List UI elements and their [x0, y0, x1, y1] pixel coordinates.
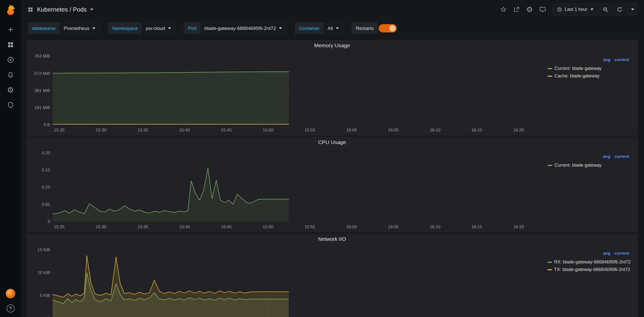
variable-label: Namespace — [108, 22, 142, 34]
dashboards-icon[interactable] — [6, 40, 15, 49]
chevron-down-icon — [336, 27, 339, 29]
star-icon[interactable] — [498, 4, 509, 15]
svg-text:16:05: 16:05 — [388, 128, 399, 132]
network-io-chart[interactable]: 15:2515:3015:3515:4015:4515:5015:5516:00… — [28, 244, 545, 317]
panel-network-io: Network I/O 15:2515:3015:3515:4015:4515:… — [26, 234, 638, 317]
legend-item[interactable]: RX: blade-gateway-68684695f6-2nt72 — [547, 259, 631, 265]
svg-text:15:25: 15:25 — [54, 128, 65, 132]
svg-text:0: 0 — [48, 219, 50, 224]
svg-text:15:30: 15:30 — [96, 224, 106, 229]
svg-text:15:55: 15:55 — [304, 128, 315, 132]
dashboard-settings-gear-icon[interactable]: ⚙ — [524, 4, 535, 15]
svg-text:10 KiB: 10 KiB — [37, 270, 50, 275]
memory-usage-chart[interactable]: 15:2515:3015:3515:4015:4515:5015:5516:00… — [28, 50, 545, 134]
variable-label: Pod — [184, 22, 200, 34]
svg-text:15:25: 15:25 — [54, 224, 65, 229]
dashboard-title[interactable]: Kubernetes / Pods — [37, 6, 87, 13]
panel-title[interactable]: Memory Usage — [26, 40, 638, 50]
svg-text:0 B: 0 B — [44, 122, 50, 127]
svg-text:16:00: 16:00 — [346, 224, 357, 229]
svg-text:15:45: 15:45 — [221, 128, 232, 132]
variable-namespace: Namespacepw-cloud — [108, 22, 175, 34]
legend-item[interactable]: Cache: blade-gateway — [548, 73, 601, 79]
legend-item[interactable]: Current: blade-gateway — [548, 66, 601, 71]
variable-value-dropdown[interactable]: All — [324, 22, 343, 34]
legend-current-link[interactable]: current — [614, 251, 629, 256]
dashboard-panels: Memory Usage 15:2515:3015:3515:4015:4515… — [21, 37, 644, 317]
svg-text:15:45: 15:45 — [221, 224, 232, 229]
svg-text:16:15: 16:15 — [471, 224, 482, 229]
legend-series-label: Current: blade-gateway — [554, 163, 601, 168]
refresh-button[interactable] — [613, 4, 626, 15]
legend-links: avgcurrent — [603, 251, 631, 256]
legend: avgcurrent Current: blade-gatewayCache: … — [545, 50, 636, 134]
svg-text:0.15: 0.15 — [42, 168, 50, 172]
legend-series-swatch — [547, 262, 552, 263]
svg-text:15:40: 15:40 — [179, 128, 190, 132]
legend-series-label: TX: blade-gateway-68684695f6-2nt72 — [554, 267, 630, 272]
legend-series-swatch — [547, 269, 552, 270]
alerting-bell-icon[interactable] — [6, 71, 15, 79]
svg-text:16:10: 16:10 — [430, 128, 440, 132]
legend-items: Current: blade-gatewayCache: blade-gatew… — [548, 66, 601, 79]
time-range-picker[interactable]: Last 1 hour — [552, 4, 598, 15]
variable-value-text: All — [328, 26, 333, 31]
refresh-interval-dropdown[interactable] — [627, 4, 637, 15]
panel-title[interactable]: Network I/O — [26, 234, 638, 244]
variable-value-dropdown[interactable]: Prometheus — [60, 22, 100, 34]
svg-text:15:50: 15:50 — [263, 224, 273, 229]
legend-current-link[interactable]: current — [614, 154, 629, 159]
help-glyph: ? — [9, 306, 12, 311]
svg-text:0 B: 0 B — [44, 316, 50, 317]
svg-text:191 MiB: 191 MiB — [34, 105, 50, 110]
svg-text:16:15: 16:15 — [471, 128, 482, 132]
share-icon[interactable] — [511, 4, 522, 15]
chevron-down-icon — [168, 27, 171, 29]
svg-text:16:05: 16:05 — [388, 224, 399, 229]
legend-avg-link[interactable]: avg — [603, 57, 610, 62]
legend-items: RX: blade-gateway-68684695f6-2nt72TX: bl… — [547, 259, 631, 272]
variable-label: datasource — [28, 22, 60, 34]
help-icon[interactable]: ? — [7, 304, 15, 312]
dashboard-variables-bar: datasourcePrometheusNamespacepw-cloudPod… — [21, 19, 644, 37]
legend-item[interactable]: TX: blade-gateway-68684695f6-2nt72 — [547, 267, 631, 272]
grafana-logo[interactable] — [0, 0, 21, 19]
server-admin-shield-icon[interactable] — [6, 101, 15, 109]
svg-text:15:35: 15:35 — [137, 128, 148, 132]
panel-title[interactable]: CPU Usage — [26, 137, 638, 147]
variable-value-text: blade-gateway-68684695f6-2nt72 — [205, 26, 276, 31]
clock-icon — [557, 7, 562, 12]
legend-series-label: Cache: blade-gateway — [554, 73, 599, 79]
svg-text:15:30: 15:30 — [96, 128, 106, 132]
legend-avg-link[interactable]: avg — [603, 251, 610, 256]
legend-current-link[interactable]: current — [614, 57, 629, 62]
svg-text:16:00: 16:00 — [346, 128, 357, 132]
legend-item[interactable]: Current: blade-gateway — [548, 163, 601, 168]
variable-value-dropdown[interactable]: pw-cloud — [142, 22, 175, 34]
svg-text:15 KiB: 15 KiB — [37, 247, 50, 252]
zoom-out-button[interactable] — [599, 4, 612, 15]
refresh-icon — [617, 7, 623, 13]
left-sidebar: ⚙ ? — [0, 0, 21, 317]
create-plus-icon[interactable] — [6, 25, 15, 34]
grafana-flame-icon — [5, 4, 16, 15]
legend-avg-link[interactable]: avg — [603, 154, 610, 159]
refresh-interval-chevron-down-icon — [631, 9, 634, 10]
user-avatar[interactable] — [6, 289, 15, 298]
configuration-gear-icon[interactable]: ⚙ — [6, 86, 15, 94]
cpu-usage-chart[interactable]: 15:2515:3015:3515:4015:4515:5015:5516:00… — [28, 147, 545, 231]
variable-value-text: Prometheus — [64, 26, 89, 31]
svg-text:0.05: 0.05 — [42, 202, 50, 207]
explore-compass-icon[interactable] — [6, 56, 15, 64]
svg-text:15:35: 15:35 — [137, 224, 148, 229]
cycle-view-monitor-icon[interactable] — [537, 4, 548, 15]
svg-text:0.20: 0.20 — [42, 151, 50, 155]
panel-cpu-usage: CPU Usage 15:2515:3015:3515:4015:4515:50… — [26, 137, 638, 232]
variable-value-text: pw-cloud — [146, 26, 165, 31]
variable-value-dropdown[interactable]: blade-gateway-68684695f6-2nt72 — [200, 22, 286, 34]
svg-text:16:10: 16:10 — [430, 224, 440, 229]
chevron-down-icon — [279, 27, 282, 29]
time-range-chevron-down-icon — [590, 9, 593, 10]
restarts-toggle[interactable] — [379, 24, 397, 32]
dashboard-title-chevron-down-icon[interactable] — [90, 9, 94, 11]
